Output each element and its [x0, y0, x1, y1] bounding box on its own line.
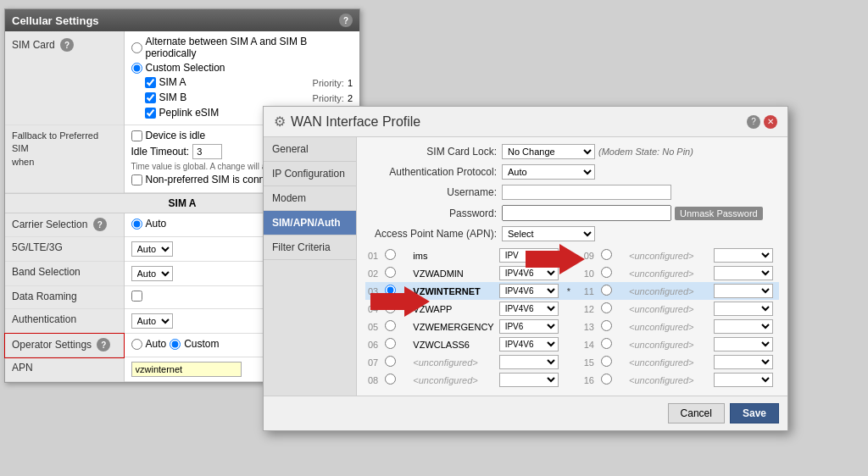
idle-timeout-label: Idle Timeout:: [131, 146, 190, 158]
apn-name-select[interactable]: Select: [502, 226, 595, 241]
sidebar-item-filter-criteria[interactable]: Filter Criteria: [264, 235, 356, 260]
esim-checkbox[interactable]: [145, 108, 156, 119]
apn-iptype-select-14[interactable]: [714, 337, 773, 351]
apn-radio-07[interactable]: [382, 353, 410, 371]
wan-close-button[interactable]: ✕: [764, 115, 777, 129]
operator-help-icon[interactable]: ?: [97, 338, 110, 351]
sim-lock-select[interactable]: No Change: [502, 144, 595, 159]
apn-num-08: 08: [365, 371, 382, 389]
save-button[interactable]: Save: [730, 403, 779, 423]
band-label: Band Selection: [12, 266, 81, 278]
carrier-label: Carrier Selection: [12, 219, 87, 230]
apn-iptype-10: [711, 264, 779, 282]
apn-iptype-07: [497, 353, 565, 371]
roaming-label-cell: Data Roaming: [5, 286, 124, 309]
apn-num-16: 16: [581, 371, 598, 389]
apn-radio-14[interactable]: [598, 335, 626, 353]
sim-card-help-icon[interactable]: ?: [60, 38, 74, 52]
sidebar-item-sim-apn-auth[interactable]: SIM/APN/Auth: [264, 211, 356, 235]
sima-priority-label: Priority:: [313, 78, 344, 88]
apn-name-label: Access Point Name (APN):: [365, 228, 497, 240]
apn-radio-06[interactable]: [382, 335, 410, 353]
apn-radio-16[interactable]: [598, 371, 626, 389]
apn-label-cell: APN: [5, 357, 124, 382]
apn-iptype-13: [711, 318, 779, 335]
apn-iptype-select-09[interactable]: [714, 248, 773, 263]
simb-priority-label: Priority:: [313, 93, 344, 103]
auth-protocol-label: Authentication Protocol:: [365, 166, 497, 178]
unmask-password-button[interactable]: Unmask Password: [675, 207, 763, 220]
idle-timeout-input[interactable]: [192, 144, 222, 159]
carrier-auto-radio[interactable]: [131, 219, 142, 230]
sim-custom-radio[interactable]: [131, 63, 142, 74]
apn-input[interactable]: [131, 362, 242, 377]
apn-iptype-select-10[interactable]: [714, 266, 773, 280]
apn-radio-10[interactable]: [598, 264, 626, 282]
username-input[interactable]: [502, 185, 671, 200]
modem-state-text: (Modem State: No Pin): [598, 147, 693, 157]
wan-help-button[interactable]: ?: [747, 115, 760, 129]
apn-radio-05[interactable]: [382, 318, 410, 335]
operator-custom-radio[interactable]: [170, 339, 181, 350]
apn-radio-01[interactable]: [382, 246, 410, 264]
apn-name-05: VZWEMERGENCY: [410, 318, 496, 335]
apn-iptype-select-15[interactable]: [714, 355, 773, 369]
apn-radio-02[interactable]: [382, 264, 410, 282]
fallback-label-cell: Fallback to Preferred SIMwhen: [5, 125, 124, 193]
apn-row-08: 08 <unconfigured> 16 <unconfigured>: [365, 371, 779, 389]
svg-marker-1: [370, 286, 430, 317]
apn-name-13: <unconfigured>: [626, 318, 711, 335]
apn-iptype-14: [711, 335, 779, 353]
apn-radio-09[interactable]: [598, 246, 626, 264]
simb-checkbox[interactable]: [145, 92, 156, 103]
red-arrow-2: [370, 286, 430, 319]
band-select[interactable]: Auto: [131, 266, 173, 281]
sidebar-item-general[interactable]: General: [264, 137, 356, 162]
cancel-button[interactable]: Cancel: [668, 403, 725, 423]
apn-iptype-select-12[interactable]: [714, 302, 773, 316]
apn-iptype-select-04[interactable]: IPV4V6: [499, 302, 559, 316]
sidebar-item-modem[interactable]: Modem: [264, 186, 356, 211]
apn-iptype-select-03[interactable]: IPV4V6: [499, 284, 559, 298]
apn-iptype-12: [711, 300, 779, 318]
apn-radio-11[interactable]: [598, 282, 626, 300]
apn-iptype-select-11[interactable]: [714, 284, 773, 298]
operator-label-cell: Operator Settings ?: [5, 334, 124, 357]
non-preferred-checkbox[interactable]: [131, 174, 142, 185]
apn-num-02: 02: [365, 264, 382, 282]
sim-alternate-label: Alternate between SIM A and SIM B period…: [146, 36, 353, 59]
sim-custom-label: Custom Selection: [146, 62, 225, 74]
operator-auto-radio[interactable]: [131, 339, 142, 350]
apn-iptype-15: [711, 353, 779, 371]
sidebar-item-ip-config[interactable]: IP Configuration: [264, 162, 356, 186]
roaming-checkbox[interactable]: [131, 291, 142, 302]
auth-select[interactable]: Auto: [131, 313, 173, 329]
sim-alternate-radio[interactable]: [131, 42, 142, 53]
password-input[interactable]: [502, 205, 671, 221]
apn-iptype-06: IPV4V6: [497, 335, 565, 353]
apn-label: APN: [12, 362, 33, 374]
apn-iptype-select-06[interactable]: IPV4V6: [499, 337, 559, 351]
device-idle-checkbox[interactable]: [131, 130, 142, 141]
apn-iptype-select-13[interactable]: [714, 319, 773, 334]
network-select[interactable]: Auto: [131, 241, 173, 257]
apn-radio-13[interactable]: [598, 318, 626, 335]
apn-iptype-select-05[interactable]: IPV6: [499, 319, 559, 334]
apn-iptype-09: [711, 246, 779, 264]
apn-iptype-select-16[interactable]: [714, 373, 773, 387]
auth-protocol-select[interactable]: Auto: [502, 164, 595, 180]
username-label: Username:: [365, 186, 497, 198]
apn-radio-15[interactable]: [598, 353, 626, 371]
apn-radio-12[interactable]: [598, 300, 626, 318]
sim-lock-label: SIM Card Lock:: [365, 146, 497, 158]
apn-name-14: <unconfigured>: [626, 335, 711, 353]
band-label-cell: Band Selection: [5, 262, 124, 286]
cellular-help-icon[interactable]: ?: [339, 14, 353, 27]
apn-num-01: 01: [365, 246, 382, 264]
apn-iptype-select-07[interactable]: [499, 355, 559, 369]
carrier-help-icon[interactable]: ?: [93, 218, 107, 231]
sima-checkbox[interactable]: [145, 77, 156, 88]
wan-sidebar: General IP Configuration Modem SIM/APN/A…: [264, 137, 357, 396]
apn-radio-08[interactable]: [382, 371, 410, 389]
apn-iptype-select-08[interactable]: [499, 373, 559, 387]
